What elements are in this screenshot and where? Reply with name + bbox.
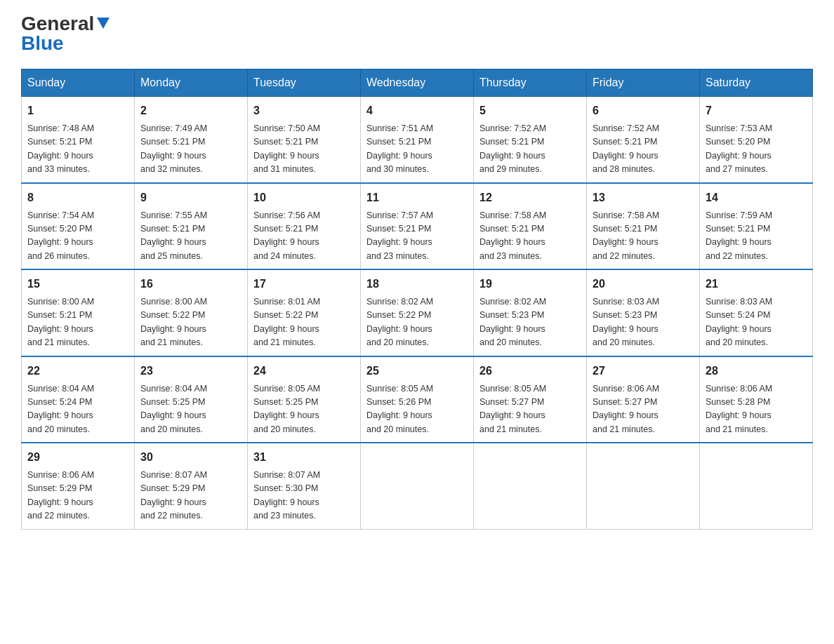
- day-info: Sunrise: 7:52 AMSunset: 5:21 PMDaylight:…: [479, 122, 581, 177]
- calendar-week-row: 8Sunrise: 7:54 AMSunset: 5:20 PMDaylight…: [22, 183, 813, 270]
- calendar-cell: 2Sunrise: 7:49 AMSunset: 5:21 PMDaylight…: [135, 97, 248, 183]
- logo-triangle-icon: [95, 15, 111, 30]
- svg-marker-0: [97, 18, 110, 29]
- day-info: Sunrise: 8:05 AMSunset: 5:26 PMDaylight:…: [366, 382, 468, 437]
- day-info: Sunrise: 7:51 AMSunset: 5:21 PMDaylight:…: [366, 122, 468, 177]
- day-number: 13: [593, 189, 694, 206]
- day-info: Sunrise: 7:48 AMSunset: 5:21 PMDaylight:…: [27, 122, 128, 177]
- day-number: 17: [253, 276, 355, 293]
- calendar-cell: 10Sunrise: 7:56 AMSunset: 5:21 PMDayligh…: [248, 183, 361, 270]
- calendar-cell: 8Sunrise: 7:54 AMSunset: 5:20 PMDaylight…: [22, 183, 135, 270]
- col-header-wednesday: Wednesday: [361, 69, 474, 97]
- day-number: 11: [366, 189, 468, 206]
- day-number: 24: [253, 363, 355, 380]
- col-header-sunday: Sunday: [22, 69, 135, 97]
- day-info: Sunrise: 8:04 AMSunset: 5:24 PMDaylight:…: [27, 382, 128, 437]
- calendar-cell: 29Sunrise: 8:06 AMSunset: 5:29 PMDayligh…: [22, 443, 135, 529]
- day-info: Sunrise: 7:53 AMSunset: 5:20 PMDaylight:…: [706, 122, 807, 177]
- day-info: Sunrise: 8:02 AMSunset: 5:23 PMDaylight:…: [479, 295, 581, 350]
- day-number: 31: [253, 449, 355, 466]
- calendar-cell: 14Sunrise: 7:59 AMSunset: 5:21 PMDayligh…: [700, 183, 813, 270]
- day-number: 8: [27, 189, 128, 206]
- day-info: Sunrise: 7:56 AMSunset: 5:21 PMDaylight:…: [253, 209, 355, 264]
- col-header-friday: Friday: [587, 69, 700, 97]
- day-number: 1: [27, 102, 128, 119]
- day-info: Sunrise: 7:55 AMSunset: 5:21 PMDaylight:…: [140, 209, 241, 264]
- day-info: Sunrise: 7:52 AMSunset: 5:21 PMDaylight:…: [593, 122, 694, 177]
- calendar-cell: 26Sunrise: 8:05 AMSunset: 5:27 PMDayligh…: [474, 356, 587, 443]
- day-info: Sunrise: 7:49 AMSunset: 5:21 PMDaylight:…: [140, 122, 241, 177]
- day-info: Sunrise: 7:58 AMSunset: 5:21 PMDaylight:…: [593, 209, 694, 264]
- calendar-cell: 31Sunrise: 8:07 AMSunset: 5:30 PMDayligh…: [248, 443, 361, 529]
- calendar-cell: 20Sunrise: 8:03 AMSunset: 5:23 PMDayligh…: [587, 269, 700, 356]
- calendar-cell: 24Sunrise: 8:05 AMSunset: 5:25 PMDayligh…: [248, 356, 361, 443]
- calendar-table: SundayMondayTuesdayWednesdayThursdayFrid…: [21, 69, 813, 530]
- calendar-cell: 13Sunrise: 7:58 AMSunset: 5:21 PMDayligh…: [587, 183, 700, 270]
- day-info: Sunrise: 8:05 AMSunset: 5:25 PMDaylight:…: [253, 382, 355, 437]
- col-header-tuesday: Tuesday: [248, 69, 361, 97]
- calendar-cell: [474, 443, 587, 529]
- col-header-monday: Monday: [135, 69, 248, 97]
- logo-general: General: [21, 14, 94, 34]
- calendar-cell: 3Sunrise: 7:50 AMSunset: 5:21 PMDaylight…: [248, 97, 361, 183]
- calendar-cell: 9Sunrise: 7:55 AMSunset: 5:21 PMDaylight…: [135, 183, 248, 270]
- day-info: Sunrise: 7:58 AMSunset: 5:21 PMDaylight:…: [479, 209, 581, 264]
- calendar-cell: 16Sunrise: 8:00 AMSunset: 5:22 PMDayligh…: [135, 269, 248, 356]
- day-info: Sunrise: 8:00 AMSunset: 5:22 PMDaylight:…: [140, 295, 241, 350]
- calendar-cell: 11Sunrise: 7:57 AMSunset: 5:21 PMDayligh…: [361, 183, 474, 270]
- calendar-header-row: SundayMondayTuesdayWednesdayThursdayFrid…: [22, 69, 813, 97]
- calendar-cell: [361, 443, 474, 529]
- calendar-cell: [587, 443, 700, 529]
- calendar-cell: 6Sunrise: 7:52 AMSunset: 5:21 PMDaylight…: [587, 97, 700, 183]
- day-number: 28: [706, 363, 807, 380]
- day-info: Sunrise: 8:03 AMSunset: 5:23 PMDaylight:…: [593, 295, 694, 350]
- calendar-week-row: 1Sunrise: 7:48 AMSunset: 5:21 PMDaylight…: [22, 97, 813, 183]
- calendar-cell: [700, 443, 813, 529]
- day-info: Sunrise: 7:50 AMSunset: 5:21 PMDaylight:…: [253, 122, 355, 177]
- day-number: 20: [593, 276, 694, 293]
- day-number: 7: [706, 102, 807, 119]
- day-number: 15: [27, 276, 128, 293]
- day-number: 19: [479, 276, 581, 293]
- calendar-cell: 15Sunrise: 8:00 AMSunset: 5:21 PMDayligh…: [22, 269, 135, 356]
- calendar-cell: 25Sunrise: 8:05 AMSunset: 5:26 PMDayligh…: [361, 356, 474, 443]
- day-info: Sunrise: 7:57 AMSunset: 5:21 PMDaylight:…: [366, 209, 468, 264]
- day-number: 5: [479, 102, 581, 119]
- day-number: 18: [366, 276, 468, 293]
- day-number: 6: [593, 102, 694, 119]
- day-number: 21: [706, 276, 807, 293]
- day-number: 27: [593, 363, 694, 380]
- day-info: Sunrise: 8:07 AMSunset: 5:29 PMDaylight:…: [140, 469, 241, 523]
- day-info: Sunrise: 8:04 AMSunset: 5:25 PMDaylight:…: [140, 382, 241, 437]
- calendar-cell: 21Sunrise: 8:03 AMSunset: 5:24 PMDayligh…: [700, 269, 813, 356]
- calendar-cell: 30Sunrise: 8:07 AMSunset: 5:29 PMDayligh…: [135, 443, 248, 529]
- day-info: Sunrise: 8:05 AMSunset: 5:27 PMDaylight:…: [479, 382, 581, 437]
- day-number: 25: [366, 363, 468, 380]
- calendar-week-row: 22Sunrise: 8:04 AMSunset: 5:24 PMDayligh…: [22, 356, 813, 443]
- day-number: 2: [140, 102, 241, 119]
- calendar-cell: 12Sunrise: 7:58 AMSunset: 5:21 PMDayligh…: [474, 183, 587, 270]
- calendar-cell: 17Sunrise: 8:01 AMSunset: 5:22 PMDayligh…: [248, 269, 361, 356]
- calendar-cell: 5Sunrise: 7:52 AMSunset: 5:21 PMDaylight…: [474, 97, 587, 183]
- day-info: Sunrise: 8:07 AMSunset: 5:30 PMDaylight:…: [253, 469, 355, 523]
- day-number: 3: [253, 102, 355, 119]
- page-header: General Blue: [21, 14, 813, 55]
- day-number: 9: [140, 189, 241, 206]
- day-number: 16: [140, 276, 241, 293]
- day-info: Sunrise: 8:06 AMSunset: 5:29 PMDaylight:…: [27, 469, 128, 523]
- calendar-week-row: 29Sunrise: 8:06 AMSunset: 5:29 PMDayligh…: [22, 443, 813, 529]
- day-info: Sunrise: 8:03 AMSunset: 5:24 PMDaylight:…: [706, 295, 807, 350]
- calendar-cell: 27Sunrise: 8:06 AMSunset: 5:27 PMDayligh…: [587, 356, 700, 443]
- logo: General Blue: [21, 14, 111, 55]
- calendar-cell: 4Sunrise: 7:51 AMSunset: 5:21 PMDaylight…: [361, 97, 474, 183]
- col-header-saturday: Saturday: [700, 69, 813, 97]
- day-number: 10: [253, 189, 355, 206]
- day-info: Sunrise: 8:01 AMSunset: 5:22 PMDaylight:…: [253, 295, 355, 350]
- day-number: 23: [140, 363, 241, 380]
- day-number: 14: [706, 189, 807, 206]
- day-info: Sunrise: 7:59 AMSunset: 5:21 PMDaylight:…: [706, 209, 807, 264]
- logo-blue: Blue: [21, 32, 64, 55]
- col-header-thursday: Thursday: [474, 69, 587, 97]
- day-number: 29: [27, 449, 128, 466]
- calendar-cell: 28Sunrise: 8:06 AMSunset: 5:28 PMDayligh…: [700, 356, 813, 443]
